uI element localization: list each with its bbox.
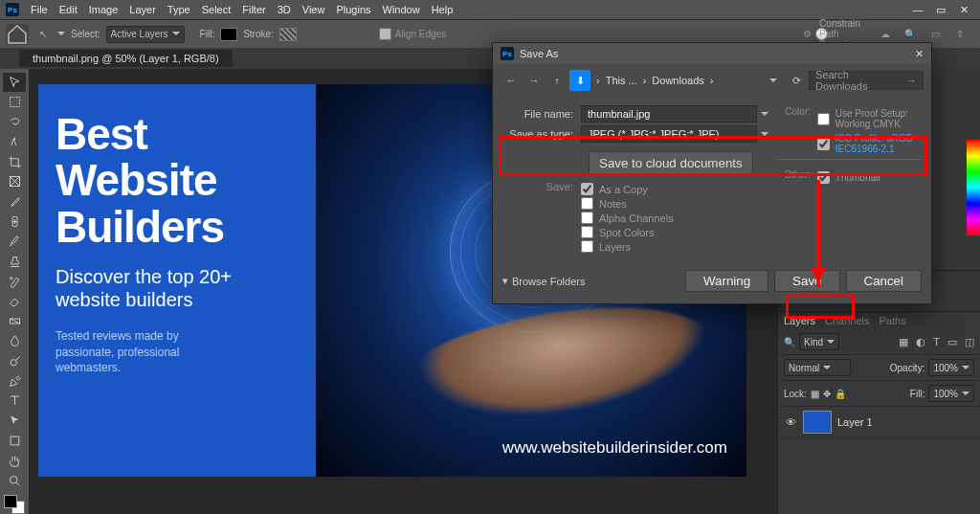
nav-back-icon[interactable]: ← [501, 70, 522, 91]
color-spectrum[interactable] [967, 140, 980, 235]
constrain-toggle[interactable]: Constrain Path Dragging [823, 26, 840, 43]
menu-3d[interactable]: 3D [272, 4, 297, 15]
downloads-icon[interactable]: ⬇ [569, 70, 590, 91]
crop-tool[interactable] [3, 152, 26, 171]
fill-swatch[interactable] [220, 28, 237, 41]
gear-icon[interactable]: ⚙ [798, 26, 815, 43]
shape-tool[interactable] [3, 432, 26, 451]
savetype-dropdown[interactable] [581, 125, 757, 143]
close-icon[interactable]: ✕ [915, 48, 924, 60]
window-close-icon[interactable]: ✕ [953, 4, 974, 16]
kind-dropdown[interactable]: Kind [799, 333, 839, 350]
share-icon[interactable]: ⇪ [951, 26, 969, 43]
menu-filter[interactable]: Filter [236, 4, 271, 15]
window-minimize-icon[interactable]: — [907, 4, 928, 16]
svg-rect-6 [11, 436, 19, 445]
stroke-swatch[interactable] [279, 28, 297, 41]
layer-name[interactable]: Layer 1 [837, 416, 873, 428]
menu-view[interactable]: View [297, 4, 331, 15]
frame-tool[interactable] [3, 172, 26, 191]
dodge-tool[interactable] [3, 351, 26, 370]
gradient-tool[interactable] [3, 312, 26, 331]
path-select-tool[interactable] [3, 412, 26, 431]
lock-position-icon[interactable]: ✥ [823, 389, 831, 399]
filter-kind-icon[interactable]: 🔍 [784, 337, 795, 347]
move-tool[interactable] [3, 73, 26, 92]
blend-mode-dropdown[interactable]: Normal [784, 359, 851, 376]
opt-icc[interactable]: ICC Profile: sRGBIEC61966-2.1 [817, 133, 913, 154]
select-mode-dropdown[interactable]: Active Layers [106, 26, 185, 43]
search-go-icon[interactable]: → [906, 75, 917, 86]
menu-window[interactable]: Window [377, 4, 426, 15]
fill-label: Fill: [200, 29, 215, 39]
fill-label: Fill: [910, 389, 925, 399]
nav-forward-icon[interactable]: → [523, 70, 545, 91]
blur-tool[interactable] [3, 332, 26, 351]
color-picker[interactable] [4, 495, 25, 514]
dialog-app-icon: Ps [501, 47, 514, 60]
search-icon[interactable]: 🔍 [902, 26, 919, 43]
crumb-dropdown-icon[interactable] [763, 70, 784, 91]
stamp-tool[interactable] [3, 252, 26, 271]
zoom-tool[interactable] [3, 471, 26, 490]
menu-edit[interactable]: Edit [54, 4, 83, 15]
menu-help[interactable]: Help [426, 4, 459, 15]
tab-paths[interactable]: Paths [880, 315, 906, 326]
dialog-titlebar[interactable]: Ps Save As ✕ [493, 43, 931, 64]
savetype-dropdown-icon[interactable] [761, 132, 768, 140]
lock-pixels-icon[interactable]: ▦ [811, 389, 819, 399]
browse-folders-toggle[interactable]: ▾Browse Folders [502, 275, 585, 287]
filter-type-icon[interactable]: T [933, 336, 940, 348]
layer-thumbnail [803, 411, 832, 434]
tool-preset-dropdown[interactable] [57, 32, 65, 39]
opacity-value[interactable]: 100% [928, 359, 974, 376]
healing-tool[interactable] [3, 212, 26, 232]
history-brush-tool[interactable] [3, 272, 26, 291]
quick-select-tool[interactable] [3, 132, 26, 151]
type-tool[interactable] [3, 391, 26, 411]
save-cloud-button[interactable]: Save to cloud documents [589, 151, 753, 175]
save-button[interactable]: Save [774, 270, 839, 292]
menu-plugins[interactable]: Plugins [330, 4, 376, 15]
filter-pixel-icon[interactable]: ▦ [899, 336, 908, 348]
nav-up-icon[interactable]: ↑ [546, 70, 568, 91]
visibility-icon[interactable]: 👁 [784, 416, 797, 428]
refresh-icon[interactable]: ⟳ [786, 70, 807, 91]
opt-as-copy[interactable]: As a Copy [581, 183, 674, 195]
menu-file[interactable]: File [25, 4, 54, 15]
filter-adjust-icon[interactable]: ◐ [916, 336, 925, 348]
lasso-tool[interactable] [3, 113, 26, 132]
menu-image[interactable]: Image [83, 4, 124, 15]
warning-button[interactable]: Warning [685, 270, 768, 292]
eyedropper-tool[interactable] [3, 192, 26, 212]
search-input[interactable]: Search Downloads→ [809, 71, 924, 90]
annotation-arrow [816, 180, 820, 287]
filename-dropdown-icon[interactable] [761, 112, 768, 120]
align-edges-checkbox[interactable]: Align Edges [379, 28, 446, 40]
filename-input[interactable] [581, 105, 757, 123]
layer-row[interactable]: 👁 Layer 1 [778, 407, 980, 438]
menu-select[interactable]: Select [196, 4, 237, 15]
tab-layers[interactable]: Layers [784, 315, 815, 326]
menu-type[interactable]: Type [162, 4, 196, 15]
cloud-icon[interactable]: ☁ [877, 26, 894, 43]
opt-thumbnail[interactable]: Thumbnail [817, 171, 880, 184]
pen-tool[interactable] [3, 371, 26, 391]
home-button[interactable] [6, 24, 29, 45]
filter-smart-icon[interactable]: ◫ [965, 336, 974, 348]
filter-shape-icon[interactable]: ▭ [947, 336, 957, 348]
workspace-icon[interactable]: ▭ [926, 26, 944, 43]
marquee-tool[interactable] [3, 93, 26, 112]
window-restore-icon[interactable]: ▭ [930, 4, 951, 16]
breadcrumb[interactable]: ›This ...›Downloads› [594, 75, 761, 86]
document-tab[interactable]: thumbnail.png @ 50% (Layer 1, RGB/8) [19, 50, 233, 67]
cancel-button[interactable]: Cancel [846, 270, 923, 292]
fill-value[interactable]: 100% [928, 385, 974, 402]
menu-layer[interactable]: Layer [123, 4, 162, 15]
brush-tool[interactable] [3, 233, 26, 252]
eraser-tool[interactable] [3, 292, 26, 311]
lock-all-icon[interactable]: 🔒 [835, 389, 846, 399]
tab-channels[interactable]: Channels [825, 315, 869, 326]
move-tool-icon: ↖ [34, 29, 52, 39]
hand-tool[interactable] [3, 451, 26, 470]
